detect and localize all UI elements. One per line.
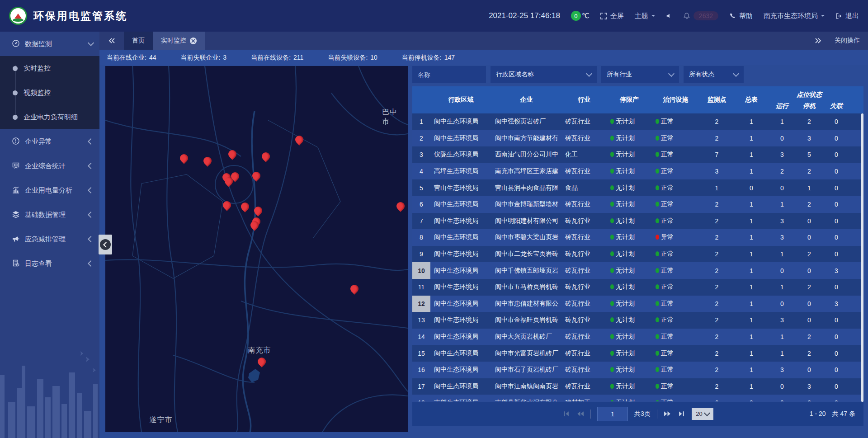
cell-points: 2	[699, 350, 734, 357]
last-page-button[interactable]	[678, 410, 685, 418]
cell-industry: 砖瓦行业	[561, 217, 607, 225]
cell-stop-status: 无计划	[607, 283, 652, 291]
tab-首页[interactable]: 首页	[124, 32, 153, 50]
green-dot-icon	[656, 136, 659, 141]
table-row-5[interactable]: 5营山生态环境局营山县润丰肉食品有限食品无计划正常10010	[412, 179, 863, 196]
range-label: 1 - 20	[810, 410, 826, 418]
map-collapse-handle[interactable]	[99, 235, 112, 254]
sidebar-item-5[interactable]: 基础数据管理	[0, 203, 99, 227]
fullscreen-button[interactable]: 全屏	[600, 12, 624, 20]
table-row-16[interactable]: 16阆中生态环境局阆中市石子页岩机砖厂砖瓦行业无计划正常21300	[412, 362, 863, 378]
map-canvas: 巴中市南充市遂宁市	[105, 66, 408, 432]
cell-total: 1	[734, 316, 769, 324]
close-operations-button[interactable]: 关闭操作	[835, 37, 860, 45]
sidebar-subitem-企业电力负荷明细[interactable]: 企业电力负荷明细	[0, 105, 99, 129]
cell-industry: 砖瓦行业	[561, 134, 607, 142]
green-dot-icon	[656, 367, 659, 372]
help-button[interactable]: 帮助	[729, 12, 753, 20]
cell-down: 0	[796, 316, 823, 324]
status-label: 当前失联企业:	[180, 54, 220, 62]
cell-company: 阆中市石子页岩机砖厂	[491, 366, 561, 374]
table-row-2[interactable]: 2阆中生态环境局阆中市南方节能建材有砖瓦行业无计划正常21030	[412, 130, 863, 147]
cell-rownum: 6	[412, 196, 430, 213]
sidebar-item-6[interactable]: 应急减排管理	[0, 227, 99, 251]
table-row-7[interactable]: 7阆中生态环境局阆中明阳建材有限公司砖瓦行业无计划正常21300	[412, 213, 863, 230]
page-number-input[interactable]	[597, 407, 628, 421]
map-panel[interactable]: 巴中市南充市遂宁市	[105, 66, 408, 432]
cell-rownum: 11	[412, 279, 430, 296]
cell-facility-status: 正常	[652, 217, 699, 225]
table-row-8[interactable]: 8阆中生态环境局阆中市枣碧大梁山页岩砖瓦行业无计划异常21300	[412, 229, 863, 246]
table-row-12[interactable]: 12阆中生态环境局阆中市忠信建材有限公砖瓦行业无计划正常21003	[412, 296, 863, 312]
tab-实时监控[interactable]: 实时监控	[153, 32, 205, 50]
first-page-button[interactable]	[562, 410, 570, 418]
table-row-14[interactable]: 14阆中生态环境局阆中大兴页岩机砖厂砖瓦行业无计划正常21120	[412, 329, 863, 345]
prev-page-button[interactable]	[576, 410, 584, 418]
cell-run: 3	[769, 234, 796, 241]
cell-total: 1	[734, 283, 769, 291]
name-filter-input[interactable]	[412, 66, 486, 83]
table-scrollbar[interactable]	[861, 113, 863, 402]
status-label: 当前失联设备:	[328, 54, 368, 62]
tabs-scroll-left-button[interactable]	[99, 32, 124, 50]
cell-stop-status: 无计划	[607, 316, 652, 324]
status-filter-select[interactable]: 所有状态	[684, 66, 744, 83]
cell-industry: 砖瓦行业	[561, 267, 607, 275]
table-row-15[interactable]: 15阆中生态环境局阆中市光富页岩机砖厂砖瓦行业无计划正常21120	[412, 345, 863, 362]
cell-lost: 0	[823, 184, 850, 192]
sidebar-subitem-实时监控[interactable]: 实时监控	[0, 56, 99, 80]
cell-lost: 3	[823, 300, 850, 307]
sidebar-item-2[interactable]: 企业异常	[0, 129, 99, 154]
table-row-6[interactable]: 6阆中生态环境局阆中市金博瑞新型墙材砖瓦行业无计划正常21120	[412, 196, 863, 213]
col-region: 行政区域	[430, 86, 491, 113]
sidebar-subitem-视频监控[interactable]: 视频监控	[0, 80, 99, 105]
cell-down: 3	[796, 383, 823, 390]
tab-label: 实时监控	[161, 37, 186, 45]
table-row-3[interactable]: 3仪陇生态环境局西南油气田分公司川中化工无计划正常71350	[412, 146, 863, 163]
cell-company: 阆中市二龙长宝页岩砖	[491, 250, 561, 258]
cell-total: 1	[734, 300, 769, 307]
status-value: 3	[223, 54, 226, 62]
tab-close-icon[interactable]	[190, 38, 197, 44]
sidebar-item-1[interactable]: 数据监测	[0, 32, 99, 56]
cell-industry: 砖瓦行业	[561, 118, 607, 126]
double-chevron-right-icon	[815, 37, 822, 44]
cell-lost: 0	[823, 217, 850, 225]
org-label: 南充市生态环境局	[764, 12, 818, 20]
table-row-1[interactable]: 1阆中生态环境局阆中强锐页岩砖厂砖瓦行业无计划正常21120	[412, 113, 863, 130]
notification-count-badge: 2632	[693, 11, 718, 20]
green-dot-icon	[656, 301, 659, 306]
table-row-9[interactable]: 9阆中生态环境局阆中市二龙长宝页岩砖砖瓦行业无计划正常21120	[412, 246, 863, 263]
org-dropdown[interactable]: 南充市生态环境局	[764, 12, 825, 20]
table-row-17[interactable]: 17阆中生态环境局阆中市江南镇阆南页岩砖瓦行业无计划正常21030	[412, 378, 863, 395]
sidebar-item-7[interactable]: 日志查看	[0, 251, 99, 276]
next-page-button[interactable]	[664, 410, 671, 418]
industry-filter-select[interactable]: 所有行业	[601, 66, 679, 83]
cell-rownum: 10	[412, 262, 430, 279]
cell-down: 2	[796, 201, 823, 208]
sidebar-item-4[interactable]: 企业用电量分析	[0, 178, 99, 203]
table-row-13[interactable]: 13阆中生态环境局阆中市金福旺页岩机砖砖瓦行业无计划正常21300	[412, 312, 863, 329]
chevron-left-icon	[88, 212, 94, 218]
table-row-10[interactable]: 10阆中生态环境局阆中千佛镇五郎垭页岩砖瓦行业无计划正常21003	[412, 262, 863, 279]
table-row-11[interactable]: 11阆中生态环境局阆中市五马桥页岩机砖砖瓦行业无计划正常21120	[412, 279, 863, 296]
cell-run: 0	[769, 267, 796, 274]
logout-button[interactable]: 退出	[835, 12, 859, 20]
cell-rownum: 13	[412, 312, 430, 329]
cell-down: 0	[796, 267, 823, 274]
page-size-select[interactable]: 20	[692, 408, 713, 420]
table-row-4[interactable]: 4高坪生态环境局南充市高坪区王家店建砖瓦行业无计划正常31220	[412, 163, 863, 180]
green-dot-icon	[610, 351, 614, 356]
mute-button[interactable]	[666, 13, 672, 19]
cell-rownum: 8	[412, 229, 430, 246]
green-dot-icon	[610, 119, 614, 124]
region-filter-select[interactable]: 行政区域名称	[491, 66, 597, 83]
notifications-button[interactable]: 2632	[683, 11, 718, 20]
green-dot-icon	[610, 169, 614, 174]
red-dot-icon	[656, 235, 659, 240]
tabs-scroll-right-button[interactable]	[815, 37, 822, 44]
sidebar-item-3[interactable]: 企业综合统计	[0, 154, 99, 178]
col-lost: 失联	[823, 99, 850, 113]
table-row-18[interactable]: 18南部生态环境局南部县新华水泥有限公建材加工无计划正常60060	[412, 395, 863, 401]
theme-dropdown[interactable]: 主题	[635, 12, 655, 20]
